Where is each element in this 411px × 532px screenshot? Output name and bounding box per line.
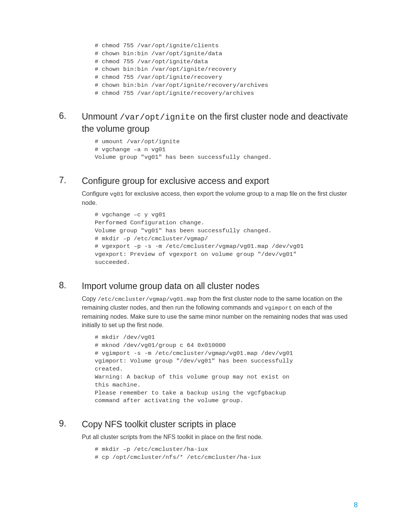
section-9: 9. Copy NFS toolkit cluster scripts in p… (59, 419, 358, 462)
heading-number: 9. (59, 419, 82, 429)
code-block-9: # mkdir –p /etc/cmcluster/ha-iux # cp /o… (95, 446, 358, 462)
section-7: 7. Configure group for exclusive access … (59, 175, 358, 267)
page: # chmod 755 /var/opt/ignite/clients # ch… (0, 0, 411, 532)
heading-number: 8. (59, 280, 82, 291)
heading-text-mono: /var/opt/ignite (120, 113, 195, 122)
para-text-mono: vg01 (110, 191, 124, 198)
page-number: 8 (354, 501, 358, 509)
heading-text: Copy NFS toolkit cluster scripts in plac… (82, 419, 236, 430)
heading-6: 6. Unmount /var/opt/ignite on the first … (59, 111, 358, 134)
code-block-8: # mkdir /dev/vg01 # mknod /dev/vg01/grou… (95, 334, 358, 405)
heading-9: 9. Copy NFS toolkit cluster scripts in p… (59, 419, 358, 430)
para-text-a1: Copy (82, 296, 98, 302)
code-block-top: # chmod 755 /var/opt/ignite/clients # ch… (95, 42, 358, 97)
section-6: 6. Unmount /var/opt/ignite on the first … (59, 111, 358, 161)
para-7: Configure vg01 for exclusive access, the… (82, 190, 358, 207)
heading-8: 8. Import volume group data on all clust… (59, 280, 358, 292)
para-text-mono1: /etc/cmcluster/vgmap/vg01.map (98, 296, 197, 303)
heading-number: 6. (59, 111, 82, 121)
code-block-7: # vgchange –c y vg01 Performed Configura… (95, 211, 358, 266)
section-8: 8. Import volume group data on all clust… (59, 280, 358, 405)
heading-number: 7. (59, 175, 82, 185)
para-8: Copy /etc/cmcluster/vgmap/vg01.map from … (82, 295, 358, 330)
heading-text: Configure group for exclusive access and… (82, 175, 269, 187)
para-text-mono2: vgimport (264, 305, 292, 312)
heading-7: 7. Configure group for exclusive access … (59, 175, 358, 187)
para-text-pre: Configure (82, 190, 110, 197)
heading-text: Unmount /var/opt/ignite on the first clu… (82, 111, 358, 134)
para-9: Put all cluster scripts from the NFS too… (82, 433, 358, 442)
heading-text: Import volume group data on all cluster … (82, 280, 260, 292)
code-block-6: # umount /var/opt/ignite # vgchange –a n… (95, 138, 358, 161)
heading-text-pre: Unmount (82, 112, 120, 121)
